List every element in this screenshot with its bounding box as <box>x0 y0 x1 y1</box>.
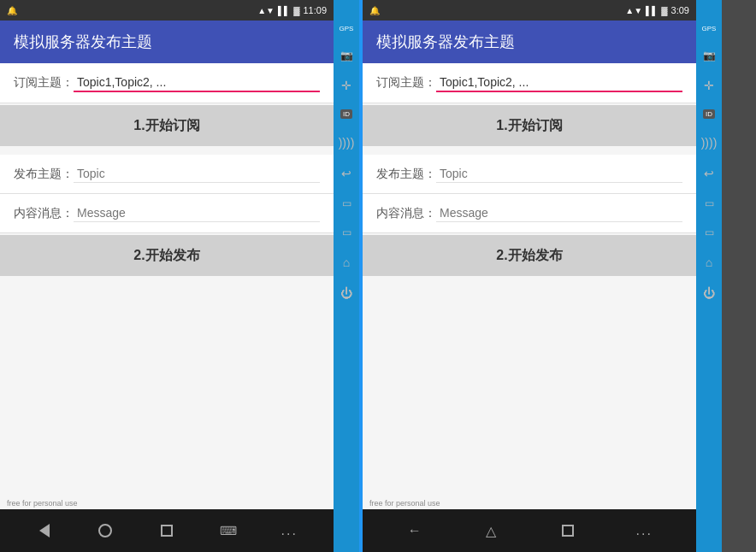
subscribe-label-2: 订阅主题： <box>376 75 436 91</box>
watermark-1: free for personal use <box>7 499 78 508</box>
rss-icon-1: )))) <box>339 136 355 150</box>
subscribe-button-1[interactable]: 1.开始订阅 <box>0 105 334 146</box>
side-icons-1: GPS 📷 ✛ ID )))) ↩ ▭ ▭ ⌂ ⏻ <box>334 0 359 552</box>
status-bar-left-1: 🔔 <box>7 6 17 15</box>
publish-button-1[interactable]: 2.开始发布 <box>0 235 334 276</box>
publish-topic-input-1[interactable] <box>74 165 320 183</box>
rss-icon-2: )))) <box>701 136 718 150</box>
home-button-2[interactable]: △ <box>475 515 506 546</box>
recent-button-2[interactable] <box>552 515 583 546</box>
status-bar-1: 🔔 ▲▼ ▌▌ ▓ 11:09 <box>0 0 334 21</box>
nav-bar-1: ⌨ ... <box>0 509 334 552</box>
publish-message-label-1: 内容消息： <box>14 206 74 221</box>
back-button-2[interactable]: ← <box>399 515 430 546</box>
phone-2: 🔔 ▲▼ ▌▌ ▓ 3:09 模拟服务器发布主题 订阅主题： 1.开始订阅 <box>363 0 722 552</box>
wifi-icon-1: ▲▼ <box>257 6 275 15</box>
publish-message-row-1: 内容消息： <box>0 194 334 233</box>
menu2-icon-1: ▭ <box>342 226 351 238</box>
subscribe-input-1[interactable] <box>74 73 320 92</box>
recent-button-1[interactable] <box>151 515 182 546</box>
power-icon-2: ⏻ <box>703 286 715 300</box>
id-icon-2: ID <box>703 109 715 119</box>
subscribe-row-2: 订阅主题： <box>363 63 696 103</box>
spacer-1 <box>0 278 334 509</box>
subscribe-label-1: 订阅主题： <box>14 75 74 91</box>
app-title-2: 模拟服务器发布主题 <box>376 32 515 52</box>
publish-button-2[interactable]: 2.开始发布 <box>363 235 696 276</box>
publish-topic-row-2: 发布主题： <box>363 155 696 194</box>
more-button-1[interactable]: ... <box>274 515 304 546</box>
spacer-2 <box>363 278 696 509</box>
signal-icon-1: ▌▌ <box>278 6 290 15</box>
arrow-icon-1: ↩ <box>341 167 351 180</box>
time-1: 11:09 <box>303 5 327 15</box>
subscribe-input-2[interactable] <box>436 73 682 92</box>
publish-topic-label-1: 发布主题： <box>14 167 74 182</box>
home2-icon-1: ⌂ <box>343 255 350 269</box>
publish-topic-label-2: 发布主题： <box>376 167 436 182</box>
publish-message-input-2[interactable] <box>436 204 682 222</box>
wifi-icon-2: ▲▼ <box>625 6 642 15</box>
publish-topic-input-2[interactable] <box>436 165 682 183</box>
publish-message-input-1[interactable] <box>74 204 320 222</box>
crosshair-icon-2: ✛ <box>704 79 714 92</box>
battery-icon-2: ▓ <box>661 6 667 15</box>
subscribe-row-1: 订阅主题： <box>0 63 334 103</box>
arrow-icon-2: ↩ <box>704 167 714 180</box>
phone-1-screen: 🔔 ▲▼ ▌▌ ▓ 11:09 模拟服务器发布主题 订阅主题： 1.开始订阅 <box>0 0 334 552</box>
crosshair-icon-1: ✛ <box>341 79 351 92</box>
home2-icon-2: ⌂ <box>706 255 712 269</box>
watermark-2: free for personal use <box>369 499 440 508</box>
phone-2-screen: 🔔 ▲▼ ▌▌ ▓ 3:09 模拟服务器发布主题 订阅主题： 1.开始订阅 <box>363 0 696 552</box>
back-button-1[interactable] <box>29 515 60 546</box>
app-bar-1: 模拟服务器发布主题 <box>0 21 334 63</box>
id-icon-1: ID <box>340 109 352 119</box>
nav-bar-2: ← △ ... <box>363 509 696 552</box>
camera-icon-2: 📷 <box>703 50 716 62</box>
more-button-2[interactable]: ... <box>629 515 659 546</box>
app-title-1: 模拟服务器发布主题 <box>14 32 152 52</box>
time-2: 3:09 <box>671 5 689 15</box>
subscribe-button-2[interactable]: 1.开始订阅 <box>363 105 696 146</box>
gps-icon-2: GPS <box>702 26 717 32</box>
notification-icon-2: 🔔 <box>369 6 380 15</box>
publish-topic-row-1: 发布主题： <box>0 155 334 194</box>
content-area-2: 订阅主题： 1.开始订阅 发布主题： 内容消息： 2.开始发布 <box>363 63 696 509</box>
menu1-icon-2: ▭ <box>705 197 714 209</box>
gps-icon-1: GPS <box>340 26 354 32</box>
content-area-1: 订阅主题： 1.开始订阅 发布主题： 内容消息： 2.开始发布 <box>0 63 334 509</box>
app-bar-2: 模拟服务器发布主题 <box>363 21 696 63</box>
status-bar-left-2: 🔔 <box>369 6 380 15</box>
publish-message-label-2: 内容消息： <box>376 206 436 221</box>
home-button-1[interactable] <box>90 515 121 546</box>
camera-icon-1: 📷 <box>340 50 353 62</box>
menu1-icon-1: ▭ <box>342 197 351 209</box>
status-bar-right-2: ▲▼ ▌▌ ▓ 3:09 <box>625 5 689 15</box>
notification-icon-1: 🔔 <box>7 6 17 15</box>
status-bar-2: 🔔 ▲▼ ▌▌ ▓ 3:09 <box>363 0 696 21</box>
power-icon-1: ⏻ <box>340 286 352 300</box>
keyboard-button-1[interactable]: ⌨ <box>213 515 244 546</box>
status-bar-right-1: ▲▼ ▌▌ ▓ 11:09 <box>257 5 327 15</box>
publish-message-row-2: 内容消息： <box>363 194 696 233</box>
battery-icon-1: ▓ <box>293 6 299 15</box>
signal-icon-2: ▌▌ <box>646 6 658 15</box>
side-icons-2: GPS 📷 ✛ ID )))) ↩ ▭ ▭ ⌂ ⏻ <box>696 0 722 552</box>
menu2-icon-2: ▭ <box>705 226 714 238</box>
phone-1: 🔔 ▲▼ ▌▌ ▓ 11:09 模拟服务器发布主题 订阅主题： 1.开始订阅 <box>0 0 359 552</box>
